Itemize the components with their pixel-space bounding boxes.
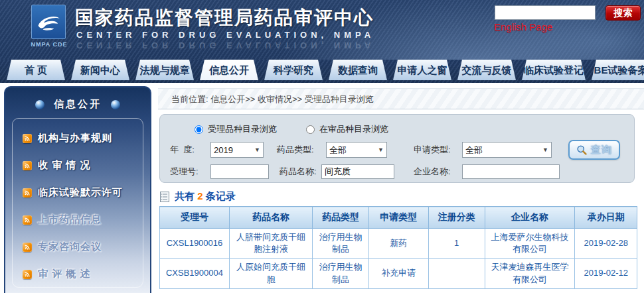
table-header-row: 受理号药品名称药品类型申请类型注册分类企业名称承办日期 (160, 207, 637, 229)
nav-tab[interactable]: 数据查询 (329, 60, 387, 80)
results-table: 受理号药品名称药品类型申请类型注册分类企业名称承办日期 CXSL1900016 … (159, 206, 637, 289)
nav-tab-label: 交流与反馈 (462, 64, 512, 76)
sidebar-menu: 机构与办事规则 收 审 情 况 (12, 118, 143, 288)
drug-type-label: 药品类型: (277, 144, 326, 156)
table-header-cell: 受理号 (160, 207, 230, 229)
sidebar-item-label: 收 审 情 况 (38, 159, 91, 172)
nav-tab[interactable]: 科学研究 (264, 60, 323, 80)
records-text: 共有 2 条记录 (175, 190, 236, 203)
cell-date: 2019-02-28 (575, 229, 637, 259)
nav-tab[interactable]: 首 页 (7, 60, 65, 80)
sidebar-item-label: 专家咨询会议 (38, 241, 102, 253)
swoosh-bird-icon (35, 8, 62, 36)
magnifier-icon (576, 145, 588, 156)
radio-inreview-catalog[interactable]: 在审品种目录浏览 (306, 123, 388, 135)
nav-tab[interactable]: BE试验备案平台 (592, 60, 644, 80)
radio-inreview-label: 在审品种目录浏览 (319, 123, 388, 135)
year-label: 年 度: (170, 144, 210, 156)
nav-tab[interactable]: 交流与反馈 (457, 60, 516, 80)
apply-type-select[interactable]: 全部 (462, 142, 552, 158)
sidebar-item[interactable]: 审 评 概 述 (13, 261, 143, 288)
sidebar-item-label: 上市药品信息 (38, 213, 102, 226)
nav-tab-label: 法规与规章 (140, 64, 190, 76)
cell-acceptance-no: CXSL1900016 (160, 229, 230, 259)
sidebar-item-label: 审 评 概 述 (38, 268, 91, 280)
cell-company: 天津麦迪森再生医学有限公司 (485, 259, 575, 288)
cell-apply-type: 补充申请 (368, 259, 428, 288)
sidebar-header: 信息公开 (5, 98, 150, 111)
records-summary: 共有 2 条记录 (160, 190, 236, 203)
site-subtitle-reflection: CENTER FOR DRUG EVALUATION, NMPA (76, 40, 374, 50)
radio-inreview-input[interactable] (306, 125, 315, 134)
site-subtitle: CENTER FOR DRUG EVALUATION, NMPA (76, 30, 374, 40)
company-input[interactable] (462, 164, 560, 179)
sidebar-title: 信息公开 (54, 98, 102, 111)
nav-tab-label: 数据查询 (338, 64, 378, 76)
drug-type-select-wrap: 全部 (326, 142, 387, 158)
sidebar-item[interactable]: 上市药品信息 (13, 206, 143, 233)
sidebar-item[interactable]: 收 审 情 况 (13, 152, 143, 179)
nav-tab-label: 科学研究 (274, 64, 313, 76)
apply-type-label: 申请类型: (414, 144, 462, 156)
table-body: CXSL1900016 人脐带间充质干细胞注射液 治疗用生物制品 新药 1 上海… (160, 229, 637, 289)
cell-company: 上海爱萨尔生物科技有限公司 (485, 229, 575, 259)
cell-drug-name: 人脐带间充质干细胞注射液 (229, 229, 312, 259)
nav-tab[interactable]: 新闻中心 (71, 60, 129, 80)
nmpa-logo (31, 5, 66, 39)
sphere-icon (35, 100, 44, 109)
year-select-wrap: 2019 (210, 142, 264, 158)
rss-icon (23, 215, 32, 225)
nav-tab[interactable]: 申请人之窗 (393, 60, 451, 80)
english-page-link[interactable]: English Page (494, 21, 552, 32)
cell-drug-name: 人原始间充质干细胞 (229, 259, 312, 288)
filter-panel: 受理品种目录浏览 在审品种目录浏览 年 度: 2019 药品类型: 全部 申请类… (159, 114, 635, 183)
cell-reg-class: 1 (428, 229, 485, 259)
radio-accepted-label: 受理品种目录浏览 (208, 123, 277, 135)
sidebar-item[interactable]: 临床试验默示许可 (13, 179, 143, 206)
year-select[interactable]: 2019 (210, 142, 264, 158)
nav-tab-label: 临床试验登记 (524, 64, 584, 76)
cell-drug-type: 治疗用生物制品 (313, 229, 369, 259)
table-row[interactable]: CXSL1900016 人脐带间充质干细胞注射液 治疗用生物制品 新药 1 上海… (160, 229, 637, 259)
breadcrumb: 当前位置: 信息公开>> 收审情况>> 受理品种目录浏览 (158, 88, 644, 109)
list-icon (160, 192, 169, 202)
nav-tab-label: 新闻中心 (80, 64, 120, 76)
table-header-cell: 药品名称 (229, 207, 312, 229)
table-header-cell: 药品类型 (313, 207, 369, 229)
cell-date: 2019-02-12 (575, 259, 637, 288)
table-header-cell: 注册分类 (428, 207, 485, 229)
nav-tab-label: BE试验备案平台 (594, 64, 644, 76)
sidebar-item[interactable]: 机构与办事规则 (13, 125, 143, 152)
acceptance-no-input[interactable] (210, 164, 269, 179)
acceptance-no-label: 受理号: (170, 166, 210, 178)
sidebar-item[interactable]: 专家咨询会议 (13, 233, 143, 261)
nav-tab[interactable]: 法规与规章 (135, 60, 194, 80)
table-header-cell: 承办日期 (575, 207, 637, 229)
header-search-button[interactable]: 搜索 (605, 5, 641, 21)
rss-icon (23, 243, 32, 252)
radio-accepted-catalog[interactable]: 受理品种目录浏览 (195, 123, 277, 135)
records-suffix: 条记录 (206, 190, 236, 202)
rss-icon (23, 134, 32, 143)
radio-accepted-input[interactable] (195, 125, 203, 134)
rss-icon (23, 270, 32, 279)
table-header-cell: 企业名称 (485, 207, 575, 229)
drug-type-select[interactable]: 全部 (326, 142, 387, 158)
catalog-radio-group: 受理品种目录浏览 在审品种目录浏览 (195, 123, 634, 135)
sidebar: 信息公开 机构与办事规则 (4, 86, 151, 293)
query-button[interactable]: 查询 (568, 140, 620, 160)
logo-caption: NMPA CDE (24, 41, 74, 48)
query-button-label: 查询 (591, 144, 612, 156)
nav-tab[interactable]: 信息公开 (200, 60, 258, 80)
filter-row-inputs: 受理号: 药品名称: 企业名称: (160, 164, 634, 180)
drug-name-input[interactable] (321, 164, 394, 179)
cell-reg-class (428, 259, 485, 288)
rss-icon (23, 161, 32, 170)
nav-tab[interactable]: 临床试验登记 (522, 60, 586, 80)
header-search-input[interactable] (495, 5, 596, 20)
main-nav: 首 页 新闻中心 法规与规章 信息公开 科学研究 数据查询 申请人之窗 交流与反… (0, 60, 644, 83)
site-title: 国家药品监督管理局药品审评中心 (75, 5, 374, 30)
rss-icon (23, 188, 32, 198)
sphere-icon (111, 100, 120, 109)
table-row[interactable]: CXSB1900004 人原始间充质干细胞 治疗用生物制品 补充申请 天津麦迪森… (160, 259, 637, 288)
